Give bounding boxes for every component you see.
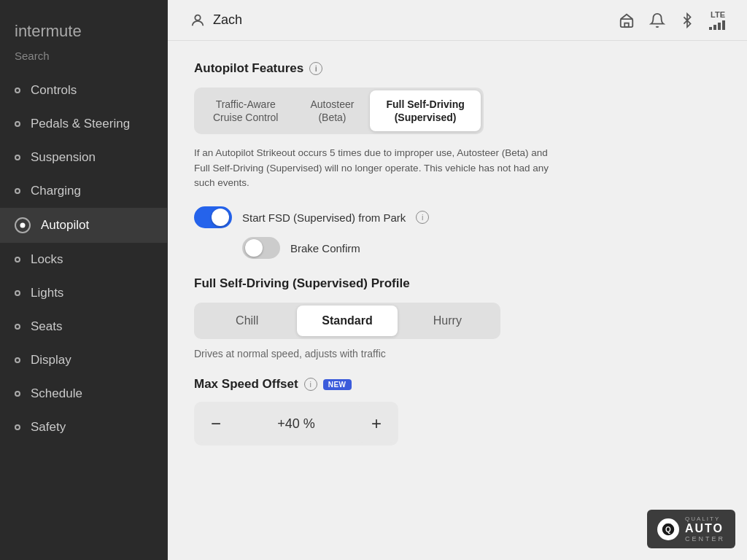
profile-description: Drives at normal speed, adjusts with tra…: [194, 348, 721, 359]
svg-point-0: [20, 223, 26, 228]
home-icon: [619, 12, 635, 28]
tab-fsd[interactable]: Full Self-Driving(Supervised): [370, 90, 480, 131]
tab-traffic-cruise[interactable]: Traffic-AwareCruise Control: [197, 90, 294, 131]
sidebar-item-label: Seats: [31, 319, 62, 334]
max-speed-info-icon[interactable]: i: [304, 378, 317, 391]
sidebar-item-label: Lights: [31, 286, 63, 300]
start-fsd-info-icon[interactable]: i: [416, 211, 429, 224]
dot-icon: [15, 88, 20, 93]
sidebar-item-label: Pedals & Steering: [31, 117, 130, 131]
svg-rect-5: [713, 25, 716, 30]
sidebar-item-label: Charging: [31, 184, 81, 198]
dot-icon: [15, 121, 20, 127]
sidebar-item-label: Display: [31, 353, 71, 368]
dot-icon: [15, 391, 20, 397]
profile-tab-standard[interactable]: Standard: [297, 306, 397, 336]
sidebar-item-autopilot[interactable]: Autopilot: [0, 208, 167, 243]
sidebar-item-lights[interactable]: Lights: [0, 276, 167, 310]
svg-text:Q: Q: [665, 526, 671, 534]
sidebar-item-label: Suspension: [31, 150, 96, 165]
sidebar-item-label: Schedule: [31, 386, 82, 401]
sidebar-item-seats[interactable]: Seats: [0, 310, 167, 343]
watermark: Q QUALITY AUTO CENTER: [647, 510, 735, 548]
dot-icon: [15, 257, 20, 262]
user-name: Zach: [213, 12, 242, 28]
lte-text: LTE: [711, 10, 725, 19]
tab-autosteer[interactable]: Autosteer(Beta): [294, 90, 370, 131]
max-speed-title-row: Max Speed Offset i NEW: [194, 377, 721, 392]
dot-icon: [15, 424, 20, 430]
autopilot-info-icon[interactable]: i: [309, 62, 322, 75]
autopilot-tab-group: Traffic-AwareCruise Control Autosteer(Be…: [194, 88, 484, 134]
dot-icon: [15, 324, 20, 330]
user-info: Zach: [190, 12, 242, 28]
start-fsd-toggle[interactable]: [194, 206, 232, 228]
autopilot-features-title: Autopilot Features i: [194, 61, 721, 76]
profile-tab-hurry[interactable]: Hurry: [398, 306, 498, 336]
content-area: Autopilot Features i Traffic-AwareCruise…: [168, 41, 747, 560]
circle-icon: [15, 217, 31, 233]
speed-control: − +40 % +: [194, 402, 398, 446]
svg-rect-4: [709, 27, 712, 30]
search-label[interactable]: Search: [0, 47, 167, 74]
brake-confirm-toggle[interactable]: [242, 237, 280, 259]
svg-point-1: [195, 15, 200, 20]
signal-indicator: LTE: [709, 10, 725, 30]
app-name: intermute: [0, 15, 167, 47]
dot-icon: [15, 155, 20, 160]
watermark-center-text: CENTER: [685, 535, 725, 542]
autopilot-warning-text: If an Autopilot Strikeout occurs 5 times…: [194, 146, 559, 190]
brake-confirm-row: Brake Confirm: [194, 237, 721, 259]
user-icon: [190, 12, 206, 28]
dot-icon: [15, 290, 20, 296]
max-speed-label: Max Speed Offset: [194, 377, 298, 392]
watermark-logo: Q: [657, 518, 679, 540]
bell-icon: [649, 12, 665, 28]
signal-bars-icon: [709, 20, 725, 30]
speed-increase-button[interactable]: +: [357, 405, 395, 443]
header-icons: LTE: [619, 10, 725, 30]
brake-confirm-label: Brake Confirm: [290, 242, 360, 254]
sidebar-item-display[interactable]: Display: [0, 343, 167, 377]
watermark-auto-text: AUTO: [685, 522, 724, 534]
header: Zach LTE: [168, 0, 747, 41]
fsd-profile-tab-group: Chill Standard Hurry: [194, 303, 500, 339]
sidebar-item-locks[interactable]: Locks: [0, 243, 167, 276]
sidebar: intermute Search Controls Pedals & Steer…: [0, 0, 168, 560]
sidebar-item-label: Locks: [31, 252, 63, 267]
fsd-profile-title: Full Self-Driving (Supervised) Profile: [194, 276, 721, 291]
start-fsd-label: Start FSD (Supervised) from Park: [242, 211, 406, 224]
profile-tab-chill[interactable]: Chill: [197, 306, 297, 336]
dot-icon: [15, 188, 20, 194]
sidebar-item-controls[interactable]: Controls: [0, 74, 167, 107]
sidebar-item-label: Controls: [31, 83, 77, 98]
sidebar-item-schedule[interactable]: Schedule: [0, 377, 167, 411]
svg-rect-6: [718, 23, 721, 30]
bluetooth-icon: [680, 12, 694, 28]
start-fsd-toggle-row: Start FSD (Supervised) from Park i: [194, 206, 721, 228]
speed-decrease-button[interactable]: −: [197, 405, 235, 443]
main-panel: Zach LTE: [168, 0, 747, 560]
dot-icon: [15, 357, 20, 363]
svg-rect-3: [624, 23, 629, 26]
sidebar-item-safety[interactable]: Safety: [0, 411, 167, 444]
svg-rect-7: [722, 20, 725, 30]
sidebar-item-label: Safety: [31, 420, 66, 435]
watermark-quality-text: QUALITY: [685, 516, 725, 522]
sidebar-item-label: Autopilot: [41, 218, 89, 233]
speed-value: +40 %: [235, 416, 357, 432]
new-badge: NEW: [323, 379, 352, 390]
sidebar-item-charging[interactable]: Charging: [0, 174, 167, 208]
sidebar-item-suspension[interactable]: Suspension: [0, 141, 167, 174]
sidebar-item-pedals[interactable]: Pedals & Steering: [0, 107, 167, 141]
watermark-brand-text: QUALITY AUTO CENTER: [685, 516, 725, 542]
